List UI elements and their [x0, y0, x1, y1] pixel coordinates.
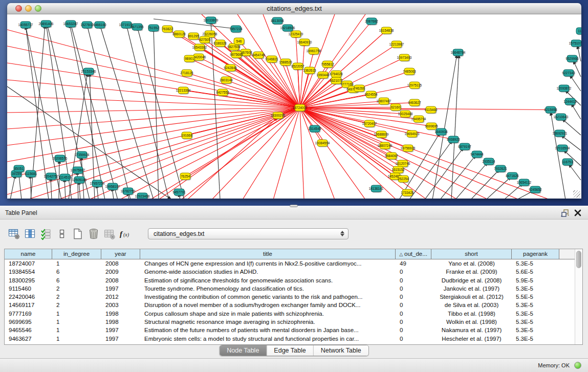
- column-header-out_de[interactable]: △out_de...: [396, 249, 431, 259]
- cell-out_de[interactable]: 0: [396, 318, 431, 326]
- cell-short[interactable]: Franke et al. (2009): [431, 268, 512, 276]
- cell-in_degree[interactable]: 1: [52, 335, 101, 343]
- table-row[interactable]: 2242004622012Investigating the contribut…: [5, 293, 582, 301]
- cell-year[interactable]: 2008: [101, 259, 140, 268]
- tab-node-table[interactable]: Node Table: [220, 345, 267, 356]
- cell-out_de[interactable]: 0: [396, 301, 431, 309]
- cell-name[interactable]: 18724007: [5, 259, 52, 268]
- cell-name[interactable]: 18300295: [5, 276, 52, 285]
- cell-title[interactable]: Genome-wide association studies in ADHD.: [140, 268, 396, 276]
- column-header-title[interactable]: title: [140, 249, 396, 259]
- network-canvas-svg[interactable]: 1872400718300295193845547638228860128891…: [7, 14, 581, 199]
- cell-name[interactable]: 9699695: [5, 318, 52, 326]
- cell-in_degree[interactable]: 1: [52, 259, 101, 268]
- column-header-pagerank[interactable]: pagerank: [512, 249, 559, 259]
- function-builder-button[interactable]: f (x): [118, 227, 133, 241]
- cell-out_de[interactable]: 0: [396, 326, 431, 334]
- cell-title[interactable]: Estimation of the future numbers of pati…: [140, 326, 396, 334]
- cell-pagerank[interactable]: 5.3E-5: [512, 326, 559, 334]
- close-window-button[interactable]: [15, 5, 22, 12]
- float-panel-button[interactable]: [560, 209, 570, 217]
- cell-pagerank[interactable]: 5.3E-5: [512, 310, 559, 318]
- cell-title[interactable]: Tourette syndrome. Phenomenology and cla…: [140, 285, 396, 293]
- table-row[interactable]: 1872400712008Changes of HCN gene express…: [5, 259, 582, 268]
- cell-title[interactable]: Changes of HCN gene expression and I(f) …: [140, 259, 396, 268]
- table-row[interactable]: 969969511998Structural magnetic resonanc…: [5, 318, 582, 326]
- select-all-button[interactable]: [39, 227, 53, 241]
- cell-out_de[interactable]: 0: [396, 276, 431, 285]
- cell-in_degree[interactable]: 2: [52, 293, 101, 301]
- cell-short[interactable]: Yano et al. (2008): [431, 259, 512, 268]
- cell-title[interactable]: Corpus callosum shape and size in male p…: [140, 310, 396, 318]
- cell-out_de[interactable]: 0: [396, 310, 431, 318]
- cell-short[interactable]: Dudbridge et al. (2008): [431, 276, 512, 285]
- new-column-button[interactable]: [71, 227, 85, 241]
- cell-year[interactable]: 1997: [101, 326, 140, 334]
- cell-in_degree[interactable]: 2: [52, 301, 101, 309]
- column-header-name[interactable]: name: [5, 249, 52, 259]
- cell-year[interactable]: 2008: [101, 276, 140, 285]
- cell-in_degree[interactable]: 1: [52, 310, 101, 318]
- table-selector-dropdown[interactable]: citations_edges.txt: [148, 228, 349, 239]
- cell-out_de[interactable]: 0: [396, 285, 431, 293]
- network-canvas[interactable]: 1872400718300295193845547638228860128891…: [7, 14, 581, 199]
- cell-year[interactable]: 1998: [101, 310, 140, 318]
- zoom-window-button[interactable]: [35, 5, 41, 12]
- cell-pagerank[interactable]: 5.6E-5: [512, 268, 559, 276]
- cell-name[interactable]: 14569117: [5, 301, 52, 309]
- cell-pagerank[interactable]: 5.3E-5: [512, 318, 559, 326]
- tab-network-table[interactable]: Network Table: [314, 345, 368, 356]
- cell-short[interactable]: Wolkin et al. (1998): [431, 318, 512, 326]
- cell-pagerank[interactable]: 5.3E-5: [512, 301, 559, 309]
- column-header-year[interactable]: year: [101, 249, 140, 259]
- column-header-short[interactable]: short: [431, 249, 512, 259]
- delete-column-button[interactable]: [86, 227, 101, 241]
- cell-in_degree[interactable]: 1: [52, 326, 101, 334]
- cell-pagerank[interactable]: 5.3E-5: [512, 285, 559, 293]
- cell-out_de[interactable]: 0: [396, 268, 431, 276]
- delete-table-button[interactable]: [102, 227, 117, 241]
- close-panel-button[interactable]: [574, 209, 583, 217]
- cell-short[interactable]: Tibbo et al. (1998): [431, 310, 512, 318]
- cell-pagerank[interactable]: 5.3E-5: [512, 259, 559, 268]
- table-row[interactable]: 1938455462009Genome-wide association stu…: [5, 268, 582, 276]
- cell-year[interactable]: 2012: [101, 293, 140, 301]
- cell-year[interactable]: 1997: [101, 285, 140, 293]
- cell-title[interactable]: Disruption of a novel member of a sodium…: [140, 301, 396, 309]
- cell-in_degree[interactable]: 6: [52, 268, 101, 276]
- cell-year[interactable]: 1998: [101, 318, 140, 326]
- cell-title[interactable]: Estimation of significance thresholds fo…: [140, 276, 396, 285]
- table-row[interactable]: 1830029562008Estimation of significance …: [5, 276, 582, 285]
- cell-name[interactable]: 9777169: [5, 310, 52, 318]
- column-header-in_degree[interactable]: in_degree: [52, 249, 101, 259]
- cell-pagerank[interactable]: 5.9E-5: [512, 276, 559, 285]
- cell-in_degree[interactable]: 2: [52, 285, 101, 293]
- network-window-titlebar[interactable]: citations_edges.txt: [7, 3, 581, 14]
- tab-edge-table[interactable]: Edge Table: [267, 345, 313, 356]
- table-row[interactable]: 946362711997Embryonic stem cells: a mode…: [5, 335, 582, 343]
- scrollbar-thumb[interactable]: [576, 251, 581, 268]
- show-columns-button[interactable]: [23, 227, 37, 241]
- cell-in_degree[interactable]: 1: [52, 318, 101, 326]
- table-mode-button[interactable]: [7, 227, 21, 241]
- cell-pagerank[interactable]: 5.3E-5: [512, 335, 559, 343]
- cell-title[interactable]: Investigating the contribution of common…: [140, 293, 396, 301]
- cell-title[interactable]: Embryonic stem cells: a model to study s…: [140, 335, 396, 343]
- table-row[interactable]: 1456911722003Disruption of a novel membe…: [5, 301, 582, 309]
- cell-year[interactable]: 2003: [101, 301, 140, 309]
- cell-in_degree[interactable]: 6: [52, 276, 101, 285]
- cell-name[interactable]: 19384554: [5, 268, 52, 276]
- cell-short[interactable]: Hescheler et al. (1997): [431, 335, 512, 343]
- cell-name[interactable]: 9465546: [5, 326, 52, 334]
- cell-short[interactable]: Stergiakouli et al. (2012): [431, 293, 512, 301]
- cell-name[interactable]: 9463627: [5, 335, 52, 343]
- table-row[interactable]: 977716911998Corpus callosum shape and si…: [5, 310, 582, 318]
- canvas-resize-grip[interactable]: [573, 190, 580, 198]
- table-vertical-scrollbar[interactable]: [575, 249, 582, 344]
- cell-out_de[interactable]: 0: [396, 293, 431, 301]
- cell-year[interactable]: 2009: [101, 268, 140, 276]
- deselect-all-button[interactable]: [55, 227, 69, 241]
- panel-divider-grip[interactable]: [290, 205, 298, 207]
- cell-short[interactable]: Nakamura et al. (1997): [431, 326, 512, 334]
- cell-short[interactable]: Jankovic et al. (1997): [431, 285, 512, 293]
